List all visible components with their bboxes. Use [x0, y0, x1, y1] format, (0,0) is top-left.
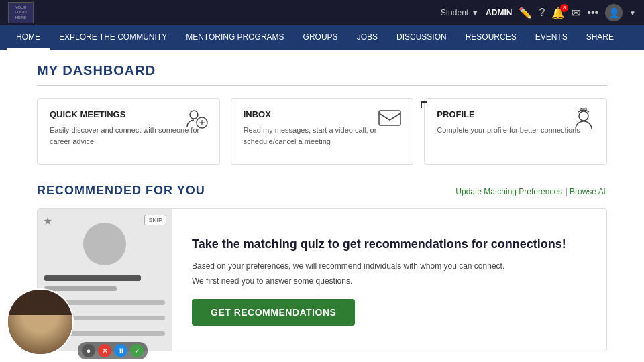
inbox-title: INBOX: [244, 109, 401, 119]
rec-heading: Take the matching quiz to get recommenda…: [192, 237, 586, 252]
admin-label: ADMIN: [486, 8, 512, 17]
logo: YOUR LOGO HERE: [8, 2, 34, 23]
nav-discussion[interactable]: DISCUSSION: [387, 25, 456, 50]
quick-meetings-title: QUICK MEETINGS: [50, 109, 207, 119]
quick-meetings-icon: [184, 108, 209, 137]
video-controls: ● ✕ ⏸ ✓: [78, 342, 148, 359]
inbox-text: Read my messages, start a video call, or…: [244, 125, 401, 147]
nav-groups[interactable]: GROUPS: [294, 25, 347, 50]
svg-point-6: [94, 249, 115, 257]
profile-card[interactable]: PROFILE Complete your profile for better…: [424, 98, 607, 165]
dashboard-title: MY DASHBOARD: [37, 63, 607, 78]
inbox-icon: [378, 108, 402, 133]
update-matching-link[interactable]: Update Matching Preferences: [455, 187, 562, 196]
cards-row: QUICK MEETINGS Easily discover and conne…: [37, 98, 607, 165]
profile-avatar: [83, 223, 126, 265]
svg-point-5: [98, 235, 111, 248]
rec-subtext: We first need you to answer some questio…: [192, 276, 586, 286]
avatar[interactable]: 👤: [605, 4, 623, 21]
nav-events[interactable]: EVENTS: [526, 25, 577, 50]
nav-resources[interactable]: RESOURCES: [456, 25, 526, 50]
svg-point-0: [190, 111, 198, 119]
svg-rect-2: [379, 111, 400, 125]
rec-description: Based on your preferences, we will recom…: [192, 260, 586, 272]
top-bar: YOUR LOGO HERE Student ▼ ADMIN ✏️ ? 🔔 8 …: [0, 0, 644, 25]
nav-explore[interactable]: EXPLORE THE COMMUNITY: [50, 25, 176, 50]
video-more-button[interactable]: ●: [82, 344, 95, 357]
divider: [37, 85, 607, 86]
skip-button[interactable]: SKIP: [144, 215, 166, 225]
video-hair: [8, 290, 72, 315]
video-overlay: [7, 288, 74, 355]
get-recommendations-button[interactable]: GET RECOMMENDATIONS: [192, 299, 355, 326]
video-check-button[interactable]: ✓: [130, 344, 144, 357]
star-icon[interactable]: ★: [43, 215, 52, 227]
browse-all-link[interactable]: Browse All: [570, 187, 607, 196]
mail-icon[interactable]: ✉: [572, 7, 580, 19]
top-bar-left: YOUR LOGO HERE: [8, 2, 34, 23]
role-selector[interactable]: Student ▼: [441, 8, 479, 17]
more-options[interactable]: •••: [587, 7, 598, 19]
avatar-dropdown[interactable]: ▼: [629, 9, 636, 17]
nav-home[interactable]: HOME: [7, 25, 50, 50]
recommended-title: RECOMMENDED FOR YOU: [37, 184, 205, 198]
quick-meetings-text: Easily discover and connect with someone…: [50, 125, 207, 147]
nav-share[interactable]: SHARE: [577, 25, 623, 50]
help-icon[interactable]: ?: [539, 7, 545, 19]
rec-right-panel: Take the matching quiz to get recommenda…: [172, 209, 606, 351]
top-bar-right: Student ▼ ADMIN ✏️ ? 🔔 8 ✉ ••• 👤 ▼: [441, 4, 636, 21]
bell-icon[interactable]: 🔔 8: [551, 7, 565, 19]
recommended-header: RECOMMENDED FOR YOU Update Matching Pref…: [37, 184, 607, 198]
role-label: Student: [441, 8, 468, 17]
profile-icon: [572, 108, 596, 137]
nav-bar: HOME EXPLORE THE COMMUNITY MENTORING PRO…: [0, 25, 644, 50]
profile-title: PROFILE: [437, 109, 594, 119]
info-line-3: [59, 331, 165, 336]
inbox-card[interactable]: INBOX Read my messages, start a video ca…: [231, 98, 414, 165]
recommended-links-group: Update Matching Preferences | Browse All: [455, 185, 607, 197]
video-pause-button[interactable]: ⏸: [114, 344, 127, 357]
notification-badge: 8: [560, 4, 568, 12]
recommended-card: ★ SKIP ⏰ 🏷: [37, 208, 607, 351]
main-content: MY DASHBOARD QUICK MEETINGS Easily disco…: [0, 50, 644, 362]
profile-lines: [44, 275, 165, 291]
profile-text: Complete your profile for better connect…: [437, 125, 594, 136]
video-end-button[interactable]: ✕: [98, 344, 111, 357]
nav-jobs[interactable]: JOBS: [347, 25, 387, 50]
svg-point-3: [579, 111, 588, 121]
video-face: [8, 290, 72, 354]
nav-mentoring[interactable]: MENTORING PROGRAMS: [176, 25, 293, 50]
edit-icon[interactable]: ✏️: [519, 7, 532, 19]
dropdown-icon: ▼: [471, 8, 479, 17]
info-line-1: [59, 300, 165, 305]
profile-name-line: [44, 275, 141, 281]
quick-meetings-card[interactable]: QUICK MEETINGS Easily discover and conne…: [37, 98, 220, 165]
